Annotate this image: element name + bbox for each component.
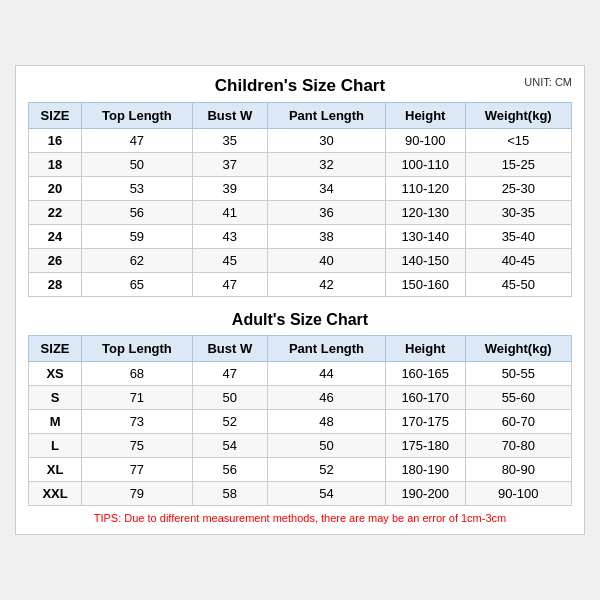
table-cell: 73	[82, 410, 192, 434]
children-header-row: SIZE Top Length Bust W Pant Length Heigh…	[29, 103, 572, 129]
table-cell: 24	[29, 225, 82, 249]
table-cell: 25-30	[465, 177, 572, 201]
table-cell: 175-180	[385, 434, 465, 458]
adult-col-bust-w: Bust W	[192, 336, 267, 362]
table-row: 26624540140-15040-45	[29, 249, 572, 273]
table-cell: XL	[29, 458, 82, 482]
table-cell: 75	[82, 434, 192, 458]
adult-header-row: SIZE Top Length Bust W Pant Length Heigh…	[29, 336, 572, 362]
table-cell: 50	[268, 434, 386, 458]
col-size: SIZE	[29, 103, 82, 129]
col-weight: Weight(kg)	[465, 103, 572, 129]
chart-container: Children's Size Chart UNIT: CM SIZE Top …	[15, 65, 585, 535]
table-cell: 190-200	[385, 482, 465, 506]
table-cell: 40-45	[465, 249, 572, 273]
table-cell: 170-175	[385, 410, 465, 434]
table-cell: XXL	[29, 482, 82, 506]
table-cell: 53	[82, 177, 192, 201]
table-cell: 47	[82, 129, 192, 153]
table-cell: 90-100	[465, 482, 572, 506]
table-cell: 30	[268, 129, 386, 153]
table-cell: S	[29, 386, 82, 410]
table-row: XXL795854190-20090-100	[29, 482, 572, 506]
table-cell: 50-55	[465, 362, 572, 386]
adult-col-pant-length: Pant Length	[268, 336, 386, 362]
table-cell: 45	[192, 249, 267, 273]
adult-table-head: SIZE Top Length Bust W Pant Length Heigh…	[29, 336, 572, 362]
table-cell: 80-90	[465, 458, 572, 482]
adult-section-header: Adult's Size Chart	[28, 303, 572, 335]
adult-table-body: XS684744160-16550-55S715046160-17055-60M…	[29, 362, 572, 506]
table-cell: 28	[29, 273, 82, 297]
col-height: Height	[385, 103, 465, 129]
table-cell: <15	[465, 129, 572, 153]
table-cell: 110-120	[385, 177, 465, 201]
table-cell: 36	[268, 201, 386, 225]
col-pant-length: Pant Length	[268, 103, 386, 129]
table-cell: 35	[192, 129, 267, 153]
table-cell: 22	[29, 201, 82, 225]
table-cell: 79	[82, 482, 192, 506]
table-cell: 16	[29, 129, 82, 153]
table-cell: 37	[192, 153, 267, 177]
table-cell: 77	[82, 458, 192, 482]
table-cell: 55-60	[465, 386, 572, 410]
table-cell: 140-150	[385, 249, 465, 273]
chart-title: Children's Size Chart	[215, 76, 385, 96]
table-cell: 150-160	[385, 273, 465, 297]
adult-col-weight: Weight(kg)	[465, 336, 572, 362]
table-cell: 160-170	[385, 386, 465, 410]
adult-col-top-length: Top Length	[82, 336, 192, 362]
table-row: 20533934110-12025-30	[29, 177, 572, 201]
tips-text: TIPS: Due to different measurement metho…	[28, 512, 572, 524]
table-row: M735248170-17560-70	[29, 410, 572, 434]
table-cell: 60-70	[465, 410, 572, 434]
table-cell: 56	[82, 201, 192, 225]
table-cell: 58	[192, 482, 267, 506]
table-cell: 38	[268, 225, 386, 249]
table-cell: 47	[192, 362, 267, 386]
table-cell: 90-100	[385, 129, 465, 153]
table-cell: 130-140	[385, 225, 465, 249]
table-cell: 46	[268, 386, 386, 410]
table-cell: 40	[268, 249, 386, 273]
table-cell: 45-50	[465, 273, 572, 297]
table-cell: 15-25	[465, 153, 572, 177]
table-row: 28654742150-16045-50	[29, 273, 572, 297]
table-cell: 32	[268, 153, 386, 177]
table-cell: 41	[192, 201, 267, 225]
table-cell: 48	[268, 410, 386, 434]
chart-header: Children's Size Chart UNIT: CM	[28, 76, 572, 96]
table-cell: M	[29, 410, 82, 434]
table-cell: 160-165	[385, 362, 465, 386]
table-row: XL775652180-19080-90	[29, 458, 572, 482]
table-row: 1647353090-100<15	[29, 129, 572, 153]
table-cell: 20	[29, 177, 82, 201]
table-cell: 26	[29, 249, 82, 273]
table-cell: 100-110	[385, 153, 465, 177]
table-row: L755450175-18070-80	[29, 434, 572, 458]
children-table-body: 1647353090-100<1518503732100-11015-25205…	[29, 129, 572, 297]
children-size-table: SIZE Top Length Bust W Pant Length Heigh…	[28, 102, 572, 297]
table-row: S715046160-17055-60	[29, 386, 572, 410]
children-table-head: SIZE Top Length Bust W Pant Length Heigh…	[29, 103, 572, 129]
table-cell: 70-80	[465, 434, 572, 458]
col-top-length: Top Length	[82, 103, 192, 129]
table-cell: 43	[192, 225, 267, 249]
table-cell: 59	[82, 225, 192, 249]
table-cell: 34	[268, 177, 386, 201]
table-row: 24594338130-14035-40	[29, 225, 572, 249]
table-cell: 54	[268, 482, 386, 506]
table-cell: 42	[268, 273, 386, 297]
table-cell: 54	[192, 434, 267, 458]
table-cell: 71	[82, 386, 192, 410]
table-row: 22564136120-13030-35	[29, 201, 572, 225]
unit-label: UNIT: CM	[524, 76, 572, 88]
table-cell: 180-190	[385, 458, 465, 482]
table-cell: 52	[192, 410, 267, 434]
table-cell: 35-40	[465, 225, 572, 249]
col-bust-w: Bust W	[192, 103, 267, 129]
table-cell: 18	[29, 153, 82, 177]
table-cell: 39	[192, 177, 267, 201]
table-cell: 50	[192, 386, 267, 410]
